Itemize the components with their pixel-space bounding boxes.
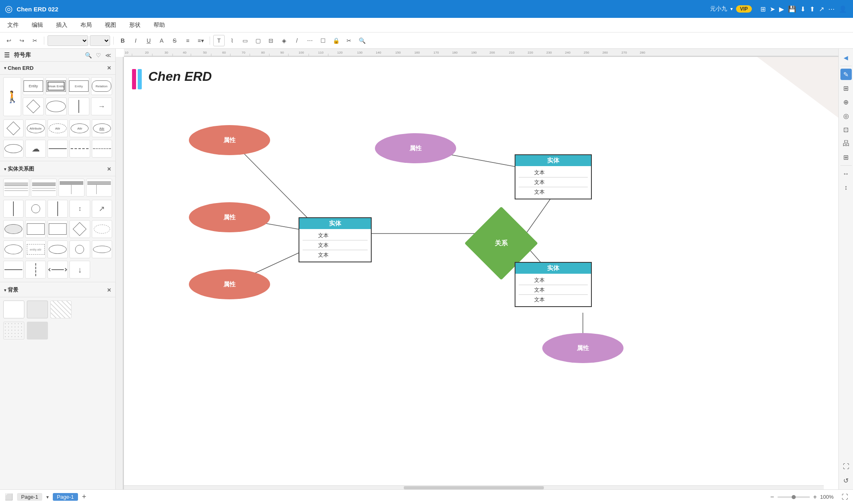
italic-button[interactable]: I (130, 35, 141, 46)
right-collapse-icon[interactable]: ◀ (840, 52, 852, 63)
canvas[interactable]: Chen ERD (124, 57, 838, 489)
add-page-button[interactable]: + (82, 493, 87, 501)
heart-icon[interactable]: ♡ (96, 52, 101, 58)
expand-bg-icon[interactable]: ▾ (4, 288, 6, 292)
diamond2-shape[interactable] (3, 119, 24, 137)
small-attr-shape[interactable] (3, 140, 24, 158)
import-icon[interactable]: ⬆ (808, 4, 816, 14)
dotted-line-shape[interactable] (92, 140, 112, 158)
key-attribute-shape[interactable]: Attr (92, 119, 112, 137)
entity-attr-shape[interactable]: Entity (68, 77, 89, 95)
line-shape[interactable] (48, 140, 68, 158)
person-shape[interactable]: 🚶 (3, 77, 21, 116)
fullscreen-icon[interactable]: ⛶ (840, 461, 852, 472)
user-icon[interactable]: 👤 (838, 4, 848, 14)
zoom-thumb[interactable] (792, 495, 796, 499)
arrow-down-er[interactable]: ↓ (69, 261, 90, 279)
menu-shape[interactable]: 形状 (127, 20, 143, 30)
er-table-3[interactable] (58, 179, 84, 197)
diamond-shape[interactable] (23, 97, 44, 115)
cut-button[interactable]: ✂ (343, 35, 355, 46)
cloud-shape[interactable]: ☁ (25, 140, 45, 158)
weak-entity-shape[interactable]: Weak Entity (45, 77, 67, 95)
expand-pages-icon[interactable]: ▾ (46, 494, 49, 500)
derived-attribute-shape[interactable]: Attr (69, 119, 90, 137)
attribute-bottom[interactable]: 属性 (542, 333, 624, 363)
zoom-level[interactable]: 100% (820, 494, 838, 500)
diag-arrow-conn[interactable]: ↗ (92, 200, 112, 218)
search-toolbar-button[interactable]: 🔍 (356, 35, 368, 46)
vip-badge[interactable]: VIP (736, 5, 752, 13)
align-more-button[interactable]: ≡▾ (195, 35, 206, 46)
entity-bottom-right[interactable]: 实体 文本 文本 文本 (515, 262, 592, 307)
send-icon[interactable]: ➤ (769, 4, 776, 14)
grid-icon[interactable]: ⊞ (840, 82, 852, 94)
expand-er-icon[interactable]: ▾ (4, 167, 6, 171)
delete-button[interactable]: ✂ (29, 35, 41, 46)
zoom-in-button[interactable]: + (813, 493, 817, 501)
relationship-rect-shape[interactable]: Relation (91, 77, 112, 95)
history-undo-icon[interactable]: ↺ (840, 475, 852, 486)
menu-insert[interactable]: 插入 (54, 20, 70, 30)
save-icon[interactable]: 💾 (787, 4, 797, 14)
search-icon[interactable]: 🔍 (85, 52, 92, 58)
attribute-4[interactable]: 属性 (375, 133, 456, 163)
bold-button[interactable]: B (117, 35, 128, 46)
bg-pattern[interactable] (50, 301, 71, 318)
menu-help[interactable]: 帮助 (151, 20, 167, 30)
horizontal-scrollbar[interactable] (124, 485, 824, 489)
dashed-line2-shape[interactable] (69, 140, 90, 158)
page-selector[interactable]: Page-1 (17, 493, 42, 501)
redo-button[interactable]: ↪ (16, 35, 28, 46)
dashed-oval-er[interactable] (92, 220, 112, 238)
align-left-button[interactable]: ≡ (182, 35, 193, 46)
diamond-er[interactable] (69, 220, 90, 238)
dashed-rect-er[interactable]: entity attr (25, 240, 45, 258)
circle-conn[interactable] (25, 200, 45, 218)
dashed-line-button[interactable]: ⋯ (304, 35, 316, 46)
layout-icon[interactable]: ⊞ (759, 4, 767, 14)
oval-er[interactable] (3, 220, 24, 238)
rect-button[interactable]: ▭ (239, 35, 251, 46)
horiz-line-er[interactable] (3, 261, 24, 279)
attribute-3[interactable]: 属性 (189, 269, 270, 299)
bg-gray2[interactable] (27, 322, 48, 340)
active-page-tab[interactable]: Page-1 (53, 493, 78, 501)
circle-er[interactable] (69, 240, 90, 258)
zoom-slider[interactable] (777, 496, 810, 498)
weak-attribute-shape[interactable]: Attr (48, 119, 68, 137)
line-with-ends[interactable] (48, 261, 68, 279)
underline-button[interactable]: U (143, 35, 154, 46)
canvas-area[interactable]: 10 20 30 40 50 60 70 80 90 100 110 120 1… (116, 49, 838, 489)
zoom-out-button[interactable]: − (770, 493, 774, 501)
more-icon[interactable]: ⋯ (827, 4, 836, 14)
share-icon[interactable]: ↗ (818, 4, 825, 14)
oval-thin-er[interactable] (48, 240, 68, 258)
wide-oval-er[interactable] (92, 240, 112, 258)
strikethrough-button[interactable]: S (169, 35, 180, 46)
fit-page-icon[interactable]: ⛶ (842, 493, 848, 501)
er-table-4[interactable] (86, 179, 112, 197)
fit-width-icon[interactable]: ↔ (840, 168, 852, 180)
font-family-select[interactable] (48, 35, 88, 46)
components-icon[interactable]: 品 (840, 138, 852, 149)
er-table-1[interactable] (3, 179, 29, 197)
menu-edit[interactable]: 编辑 (29, 20, 45, 30)
vert-line-conn[interactable] (3, 200, 24, 218)
attribute-shape[interactable]: Attribute (25, 119, 45, 137)
entity-center[interactable]: 实体 文本 文本 文本 (299, 217, 372, 262)
undo-button[interactable]: ↩ (3, 35, 15, 46)
font-size-select[interactable] (90, 35, 110, 46)
attribute-2[interactable]: 属性 (189, 202, 270, 232)
vertical-line-shape[interactable] (68, 97, 89, 115)
lock-button[interactable]: 🔒 (330, 35, 342, 46)
fill-button[interactable]: ◈ (278, 35, 290, 46)
er-table-2[interactable] (31, 179, 57, 197)
bg-white[interactable] (3, 301, 24, 318)
font-color-button[interactable]: A (156, 35, 167, 46)
table-icon[interactable]: ⊞ (840, 151, 852, 163)
vert-arrow-conn[interactable]: ↕ (69, 200, 90, 218)
arrow-shape[interactable]: → (91, 97, 112, 115)
rect-er[interactable] (25, 220, 45, 238)
close-er-icon[interactable]: ✕ (107, 166, 111, 172)
